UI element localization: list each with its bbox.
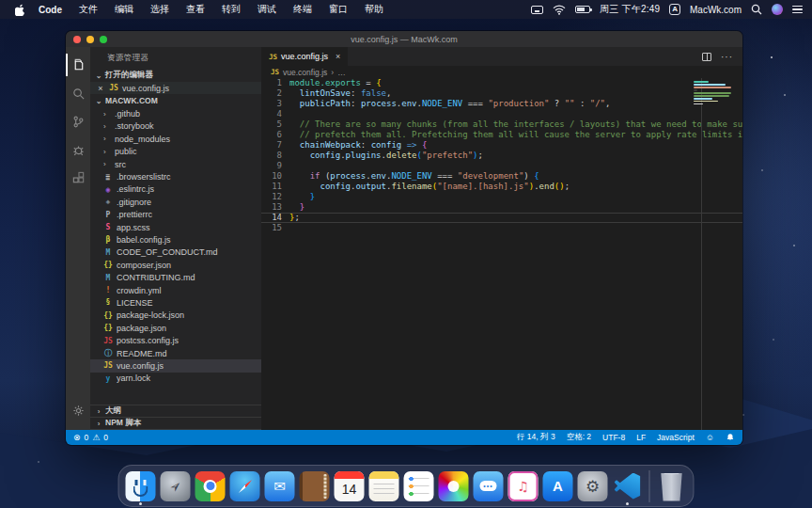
tree-file-composer-json[interactable]: {}composer.json — [90, 259, 261, 271]
code-line-7[interactable]: 7 chainWebpack: config => { — [261, 140, 742, 151]
window-minimize-button[interactable] — [86, 36, 94, 43]
code-line-13[interactable]: 13 } — [261, 202, 742, 213]
dock-chrome[interactable] — [195, 468, 226, 505]
tree-folder--github[interactable]: ›.github — [90, 107, 261, 119]
menu-item[interactable]: 终端 — [285, 3, 320, 16]
tree-file-contributing-md[interactable]: MCONTRIBUTING.md — [90, 271, 261, 283]
menu-item[interactable]: 选择 — [142, 3, 178, 16]
tree-file-package-json[interactable]: {}package.json — [90, 322, 261, 334]
code-line-8[interactable]: 8 config.plugins.delete("prefetch"); — [261, 151, 742, 161]
input-method-icon[interactable]: A — [669, 4, 680, 15]
dock-reminders[interactable] — [403, 468, 435, 505]
sidebar-section-NPM 脚本[interactable]: ›NPM 脚本 — [90, 418, 261, 430]
tree-folder-src[interactable]: ›src — [90, 158, 261, 170]
more-actions-icon[interactable]: ··· — [721, 52, 733, 62]
tree-file-code-of-conduct-md[interactable]: MCODE_OF_CONDUCT.md — [90, 246, 261, 259]
dock-itunes[interactable] — [508, 468, 539, 505]
search-icon[interactable] — [66, 79, 90, 107]
dock-appstore[interactable] — [542, 468, 574, 505]
code-line-14[interactable]: 14}; — [261, 213, 742, 223]
tree-file-babel-config-js[interactable]: βbabel.config.js — [90, 233, 261, 246]
tree-folder-public[interactable]: ›public — [90, 146, 261, 158]
menu-item[interactable]: 查看 — [178, 3, 213, 16]
warnings-icon[interactable]: ⚠ — [92, 433, 100, 442]
apple-menu-icon[interactable] — [9, 4, 30, 16]
dock-calendar[interactable]: 14 — [334, 468, 366, 505]
tree-folder-node-modules[interactable]: ›node_modules — [90, 133, 261, 145]
dock-launchpad[interactable] — [160, 468, 192, 505]
split-editor-icon[interactable] — [702, 53, 711, 61]
dock-trash[interactable] — [656, 468, 688, 505]
encoding[interactable]: UTF-8 — [602, 433, 625, 442]
warnings-count[interactable]: 0 — [103, 433, 108, 442]
notification-center-icon[interactable] — [792, 6, 803, 14]
dock-mail[interactable] — [264, 468, 296, 505]
dock-messages[interactable] — [473, 468, 505, 505]
breadcrumb[interactable]: JS vue.config.js › … — [261, 66, 742, 78]
dock-settings[interactable] — [577, 468, 609, 505]
wifi-icon[interactable] — [553, 5, 566, 15]
tree-file-yarn-lock[interactable]: yyarn.lock — [90, 373, 261, 385]
dock-finder[interactable] — [125, 468, 157, 505]
tree-file-crowdin-yml[interactable]: !crowdin.yml — [90, 284, 261, 296]
tab-vue-config[interactable]: JS vue.config.js × — [261, 47, 348, 66]
project-folder-header[interactable]: ⌄ MACWK.COM — [90, 94, 261, 107]
code-editor[interactable]: 1module.exports = {2 lintOnSave: false,3… — [261, 78, 742, 430]
close-editor-icon[interactable]: × — [96, 84, 105, 93]
open-editors-header[interactable]: ⌄ 打开的编辑器 — [90, 69, 261, 82]
code-line-4[interactable]: 4 — [261, 109, 742, 119]
errors-count[interactable]: 0 — [85, 433, 89, 442]
code-line-5[interactable]: 5 // There are so many chunks (from all … — [261, 119, 742, 130]
menubar-brand-text[interactable]: MacWk.com — [690, 5, 742, 15]
menu-item[interactable]: 帮助 — [356, 3, 392, 16]
menu-item[interactable]: 调试 — [249, 3, 285, 16]
source-control-icon[interactable] — [66, 107, 90, 135]
spotlight-search-icon[interactable] — [751, 4, 762, 15]
tree-file--browserslistrc[interactable]: ≣.browserslistrc — [90, 170, 261, 183]
language-mode[interactable]: JavaScript — [657, 433, 695, 442]
menu-item[interactable]: 编辑 — [106, 3, 142, 16]
menubar-clock[interactable]: 周三 下午2:49 — [600, 3, 660, 16]
tree-file-package-lock-json[interactable]: {}package-lock.json — [90, 310, 261, 322]
dock-photos[interactable] — [438, 468, 470, 505]
code-line-3[interactable]: 3 publicPath: process.env.NODE_ENV === "… — [261, 99, 742, 109]
siri-icon[interactable] — [772, 4, 783, 15]
debug-icon[interactable] — [66, 135, 90, 164]
eol-sequence[interactable]: LF — [636, 433, 646, 442]
display-mirroring-icon[interactable] — [531, 6, 543, 14]
tree-file--gitignore[interactable]: ◈.gitignore — [90, 196, 261, 208]
window-close-button[interactable] — [73, 36, 81, 43]
feedback-smiley-icon[interactable]: ☺ — [706, 433, 714, 442]
tree-file-app-scss[interactable]: Sapp.scss — [90, 221, 261, 233]
sidebar-section-大纲[interactable]: ›大纲 — [90, 405, 261, 418]
battery-icon[interactable] — [575, 6, 590, 13]
indentation[interactable]: 空格: 2 — [567, 432, 591, 443]
menu-item[interactable]: 窗口 — [320, 3, 356, 16]
tree-file-readme-md[interactable]: ⓘREADME.md — [90, 347, 261, 359]
code-line-1[interactable]: 1module.exports = { — [261, 78, 742, 88]
window-zoom-button[interactable] — [100, 36, 107, 43]
errors-icon[interactable]: ⊗ — [73, 433, 81, 442]
settings-gear-icon[interactable] — [66, 396, 90, 424]
tree-folder--storybook[interactable]: ›.storybook — [90, 120, 261, 133]
code-line-12[interactable]: 12 } — [261, 192, 742, 202]
minimap[interactable] — [694, 81, 733, 104]
code-line-15[interactable]: 15 — [261, 223, 742, 233]
dock-notes[interactable] — [368, 468, 400, 505]
tree-file-postcss-config-js[interactable]: JSpostcss.config.js — [90, 334, 261, 346]
dock-safari[interactable] — [229, 468, 261, 505]
tree-file--prettierrc[interactable]: P.prettierrc — [90, 209, 261, 221]
window-titlebar[interactable]: vue.config.js — MacWk.com — [66, 31, 742, 47]
code-line-2[interactable]: 2 lintOnSave: false, — [261, 88, 742, 99]
dock-contacts[interactable] — [299, 468, 331, 505]
tab-close-icon[interactable]: × — [336, 52, 340, 61]
code-line-9[interactable]: 9 — [261, 161, 742, 171]
open-editor-item[interactable]: ×JSvue.config.js — [90, 82, 261, 94]
notifications-bell-icon[interactable] — [726, 433, 735, 442]
code-line-6[interactable]: 6 // prefetch them all. Prefetching them… — [261, 130, 742, 140]
tree-file-vue-config-js[interactable]: JSvue.config.js — [90, 359, 261, 372]
dock-vscode[interactable] — [612, 468, 644, 505]
extensions-icon[interactable] — [66, 164, 90, 192]
app-menu-title[interactable]: Code — [30, 5, 70, 15]
code-line-10[interactable]: 10 if (process.env.NODE_ENV === "develop… — [261, 171, 742, 182]
